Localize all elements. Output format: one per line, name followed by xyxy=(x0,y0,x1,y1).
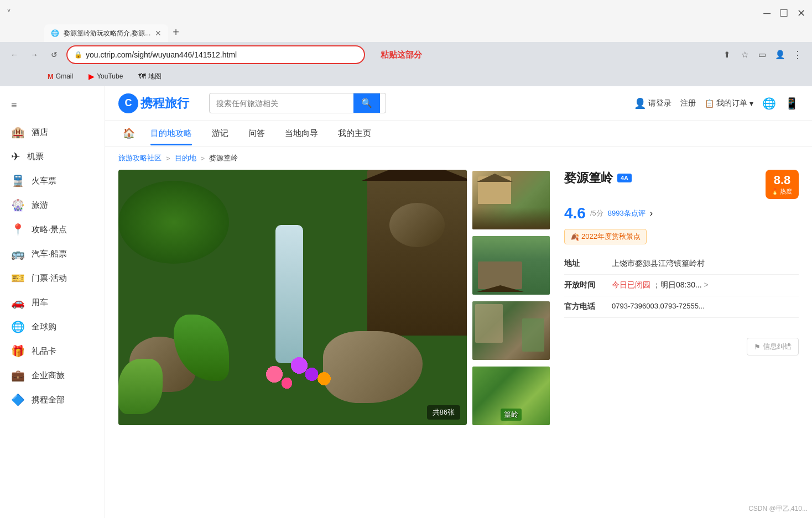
sidebar-item-ticket[interactable]: 🎫 门票·活动 xyxy=(0,266,105,290)
title-bar: ˅ ─ ☐ ✕ xyxy=(0,0,812,22)
tab-local-guide[interactable]: 当地向导 xyxy=(276,122,327,145)
bookmark-maps[interactable]: 🗺 地图 xyxy=(135,71,165,82)
level-badge: 4A xyxy=(617,174,632,182)
order-button[interactable]: 📋 我的订单 ▾ xyxy=(705,98,753,108)
tab-favicon: 🌐 xyxy=(51,29,59,37)
reload-button[interactable]: ↺ xyxy=(46,47,62,62)
rock-3 xyxy=(389,203,445,247)
score-number: 8.8 xyxy=(771,173,793,187)
business-icon: 💼 xyxy=(11,369,25,382)
logo-text: 携程旅行 xyxy=(140,95,189,112)
left-sidebar: ≡ 🏨 酒店 ✈ 机票 🚆 火车票 🎡 旅游 📍 攻略·景点 🚌 汽车·船票 🎫… xyxy=(0,86,105,518)
user-icon: 👤 xyxy=(634,97,646,109)
search-button[interactable]: 🔍 xyxy=(353,93,380,113)
tab-my-home[interactable]: 我的主页 xyxy=(329,122,380,145)
breadcrumb-link-destination[interactable]: 目的地 xyxy=(175,153,196,163)
sidebar-gift-label: 礼品卡 xyxy=(32,346,56,357)
chevron-down-icon[interactable]: ˅ xyxy=(7,8,11,19)
login-label: 请登录 xyxy=(648,98,672,108)
photo-count-overlay: 共86张 xyxy=(427,405,460,420)
sidebar-item-business[interactable]: 💼 企业商旅 xyxy=(0,363,105,388)
breadcrumb-current: 婺源篁岭 xyxy=(209,153,238,163)
sight-header: 婺源篁岭 4A 8.8 🔥 热度 xyxy=(564,170,799,199)
login-button[interactable]: 👤 请登录 xyxy=(634,97,672,109)
sidebar-item-car[interactable]: 🚗 用车 xyxy=(0,290,105,315)
bookmarks-bar: M Gmail ▶ YouTube 🗺 地图 xyxy=(0,67,812,86)
tab-close-button[interactable]: ✕ xyxy=(155,29,162,38)
thumb-art-3 xyxy=(472,301,550,360)
thumb-art-1 xyxy=(472,171,550,229)
active-tab[interactable]: 🌐 婺源篁岭游玩攻略简介,婺源... ✕ xyxy=(44,24,168,42)
site-logo[interactable]: C 携程旅行 xyxy=(118,93,189,113)
building-roof xyxy=(362,170,467,181)
title-bar-left: ˅ xyxy=(7,8,15,19)
search-input[interactable] xyxy=(210,95,353,112)
toolbar-icons: ⬆ ☆ ▭ 👤 ⋮ xyxy=(719,47,805,62)
sidebar-item-hotel[interactable]: 🏨 酒店 xyxy=(0,120,105,144)
site-header: C 携程旅行 🔍 👤 请登录 注册 📋 我的订单 ▾ 🌐 📱 xyxy=(105,86,812,121)
sidebar-item-train[interactable]: 🚆 火车票 xyxy=(0,169,105,193)
profile-button[interactable]: 👤 xyxy=(772,47,788,62)
tab-qa[interactable]: 问答 xyxy=(240,122,274,145)
address-input[interactable] xyxy=(86,50,357,59)
feedback-icon: ⚑ xyxy=(754,343,761,351)
sidebar-item-bus[interactable]: 🚌 汽车·船票 xyxy=(0,242,105,266)
bookmark-gmail-label: Gmail xyxy=(56,72,73,80)
thumbnail-2[interactable] xyxy=(471,235,551,296)
sidebar-item-gift[interactable]: 🎁 礼品卡 xyxy=(0,339,105,363)
address-label: 地址 xyxy=(564,259,603,269)
gmail-icon: M xyxy=(48,72,54,81)
flight-icon: ✈ xyxy=(11,150,20,163)
sidebar-menu-icon[interactable]: ≡ xyxy=(0,95,105,120)
thumbnail-3[interactable] xyxy=(471,300,551,361)
page-content: ≡ 🏨 酒店 ✈ 机票 🚆 火车票 🎡 旅游 📍 攻略·景点 🚌 汽车·船票 🎫… xyxy=(0,86,812,518)
tab-title: 婺源篁岭游玩攻略简介,婺源... xyxy=(64,29,150,38)
thumbnail-1[interactable] xyxy=(471,170,551,231)
breadcrumb-link-community[interactable]: 旅游攻略社区 xyxy=(118,153,162,163)
bookmark-youtube[interactable]: ▶ YouTube xyxy=(85,71,126,82)
feedback-button[interactable]: ⚑ 信息纠错 xyxy=(747,338,799,355)
open-time-more-icon[interactable]: > xyxy=(704,280,708,289)
sidebar-item-flight[interactable]: ✈ 机票 xyxy=(0,144,105,169)
search-bar: 🔍 xyxy=(209,93,386,113)
sidebar-item-global[interactable]: 🌐 全球购 xyxy=(0,315,105,339)
sight-title-row: 婺源篁岭 4A xyxy=(564,170,632,186)
sidebar-bus-label: 汽车·船票 xyxy=(32,249,67,259)
tour-icon: 🎡 xyxy=(11,198,25,212)
new-tab-button[interactable]: + xyxy=(173,26,179,39)
tab-strategy[interactable]: 目的地攻略 xyxy=(142,122,201,145)
forward-button[interactable]: → xyxy=(27,47,42,62)
plant-3 xyxy=(118,359,163,414)
tab-travel-notes[interactable]: 游记 xyxy=(203,122,237,145)
order-dropdown-icon: ▾ xyxy=(749,99,753,108)
minimize-icon[interactable]: ─ xyxy=(763,8,771,19)
globe-button[interactable]: 🌐 xyxy=(762,97,776,110)
bookmark-button[interactable]: ☆ xyxy=(737,47,752,62)
back-button[interactable]: ← xyxy=(7,47,22,62)
register-button[interactable]: 注册 xyxy=(680,98,696,108)
phone-value: 0793-7396003,0793-72555... xyxy=(612,302,799,310)
sidebar-item-ctrip-all[interactable]: 🔷 携程全部 xyxy=(0,388,105,412)
thumb-art-2 xyxy=(472,236,550,295)
car-icon: 🚗 xyxy=(11,296,25,309)
sidebar-train-label: 火车票 xyxy=(32,176,56,186)
waterfall xyxy=(275,225,303,363)
close-icon[interactable]: ✕ xyxy=(797,7,805,19)
thumbnail-4[interactable] xyxy=(471,365,551,426)
plant-1 xyxy=(118,181,229,264)
open-time-suffix: ；明日08:30... xyxy=(653,280,702,289)
main-photo[interactable]: 共86张 xyxy=(118,170,467,425)
maximize-icon[interactable]: ☐ xyxy=(779,7,788,19)
sidebar-item-tour[interactable]: 🎡 旅游 xyxy=(0,193,105,217)
phone-label: 官方电话 xyxy=(564,302,603,312)
window-button[interactable]: ▭ xyxy=(754,47,770,62)
home-icon[interactable]: 🏠 xyxy=(118,121,139,146)
mobile-button[interactable]: 📱 xyxy=(785,97,799,110)
share-button[interactable]: ⬆ xyxy=(719,47,735,62)
sidebar-item-attraction[interactable]: 📍 攻略·景点 xyxy=(0,217,105,242)
bookmark-gmail[interactable]: M Gmail xyxy=(44,71,76,82)
menu-button[interactable]: ⋮ xyxy=(790,47,805,62)
open-time-label: 开放时间 xyxy=(564,280,603,290)
rating-reviews-link[interactable]: 8993条点评 xyxy=(608,208,646,218)
main-content: C 携程旅行 🔍 👤 请登录 注册 📋 我的订单 ▾ 🌐 📱 xyxy=(105,86,812,518)
